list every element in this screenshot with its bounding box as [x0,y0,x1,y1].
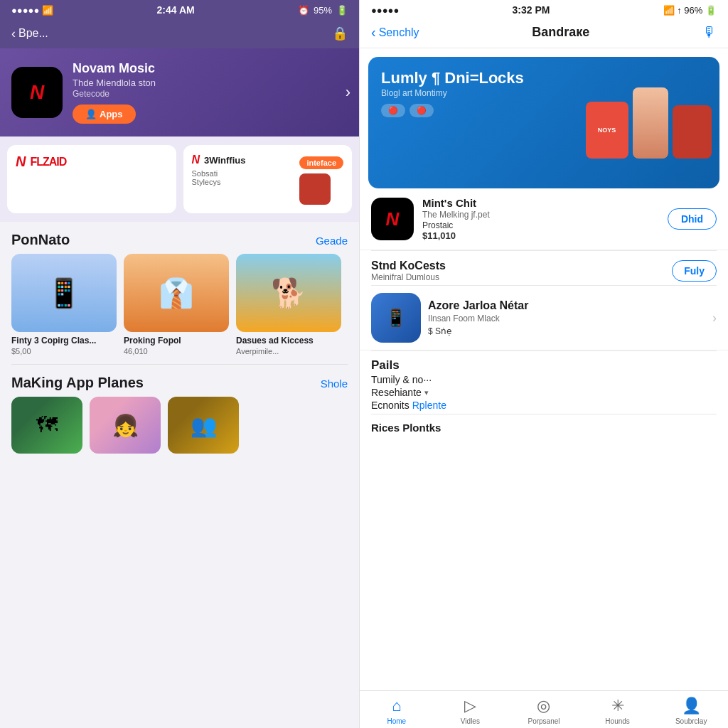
right-back-label: Senchly [379,26,419,39]
featured-app-icon: N [371,198,414,240]
bottom-nav-user[interactable]: 👤 Soubrclay [654,697,728,725]
mic-icon[interactable]: 🎙 [702,24,717,41]
card2-action[interactable]: inteface [299,156,343,169]
large-app-emoji: 📱 [385,308,407,328]
large-app-meta: $ Sṅẹ [428,326,705,336]
featured-app-get-button[interactable]: Dhid [668,208,717,230]
alarm-icon: ⏰ [298,5,309,16]
featured-meta: Getecode [73,89,348,99]
hero-sub: Blogl art Montimy [381,88,524,98]
people2-emoji: 👥 [191,413,217,438]
thumb-0[interactable]: 🗺 [11,397,82,454]
large-app-price: $ Sṅẹ [428,326,451,336]
right-signal: ●●●●● [371,5,399,16]
left-status-bar: ●●●●● 📶 2:44 AM ⏰ 95% 🔋 [0,0,359,20]
app-card-1[interactable]: N FLZAID [7,145,176,213]
featured-app-price: $11,010 [422,230,659,241]
thumb-1[interactable]: 👧 [90,397,161,454]
app-img-2: 🐕 [236,254,341,332]
section1-link[interactable]: Geade [316,235,348,247]
lock-icon: 🔒 [332,26,348,41]
wifi-icon: 📶 [42,5,53,16]
app-price-1: 46,010 [124,347,229,355]
section-get-button[interactable]: Fuly [672,260,717,282]
portal-label: Porpsanel [528,717,560,725]
bottom-nav-home[interactable]: ⌂ Home [360,697,434,725]
back-chevron-icon: ‹ [11,26,16,41]
app-price-2: Averpimile... [236,347,341,355]
right-back-button[interactable]: ‹ Senchly [371,24,419,41]
netflix-icon: N 🕯 [11,67,63,118]
netflix-logo-2: N [192,154,200,166]
map-emoji: 🗺 [36,413,58,437]
bottom-nav: ⌂ Home ▷ Vidles ◎ Porpsanel ✳ Hounds 👤 S… [360,690,728,728]
video-icon: ▷ [464,697,476,715]
pails-line2-chevron-icon: ▾ [424,388,429,397]
candle-icon: 🕯 [47,104,57,115]
section-right-header: Stnd KoCests Meinifral Dumlous Fuly [360,251,728,285]
right-nav-bar: ‹ Senchly Bandraке 🎙 [360,20,728,48]
right-back-chevron: ‹ [371,24,376,41]
signal-dots: ●●●●● [11,5,39,16]
featured-app-meta: Prostaic [422,220,659,230]
left-status-right: ⏰ 95% 🔋 [298,5,348,16]
large-app-chevron-icon: › [712,311,717,326]
bottom-line-container: Rices Plontks [360,414,728,441]
bottom-nav-hounds[interactable]: ✳ Hounds [581,697,655,725]
dog-emoji: 🐕 [271,277,306,310]
phone-emoji: 📱 [46,277,82,310]
left-nav-bar: ‹ Вре... 🔒 [0,20,359,48]
card1-name: FLZAID [30,156,66,168]
large-app-icon: 📱 [371,293,421,343]
netflix-logo-1: N [16,154,26,170]
featured-title: Novam Mosic [73,61,348,76]
section2-title: MaKing App Planes [11,375,144,391]
featured-subtitle: Thde Miendlola ston [73,77,348,88]
people-emoji: 👔 [159,277,194,310]
featured-banner[interactable]: N 🕯 Novam Mosic Thde Miendlola ston Gete… [0,48,359,136]
home-label: Home [387,717,406,725]
battery-icon: 🔋 [336,5,348,16]
card2-right: inteface [299,154,343,205]
bottom-nav-videos[interactable]: ▷ Vidles [434,697,508,725]
right-nav-title: Bandraке [532,25,589,40]
snowflake-icon: ✳ [611,697,624,715]
hero-badges: 🔴 🔴 [381,104,524,117]
left-time: 2:44 AM [157,4,195,16]
hero-image: NOYS [577,57,719,188]
large-app-row[interactable]: 📱 Azore Jarloa Nétar Ilnsan Foom Mlack $… [360,286,728,350]
featured-app-title: Mint's Chit [422,197,659,209]
app-cards-row: N FLZAID N 3Winffius Sobsati Stylecys in… [0,136,359,222]
hero-badge-2: 🔴 [410,104,434,117]
left-panel: ●●●●● 📶 2:44 AM ⏰ 95% 🔋 ‹ Вре... 🔒 N 🕯 N… [0,0,359,728]
right-battery-icon: 🔋 [705,5,717,16]
thumb-2[interactable]: 👥 [168,397,239,454]
card2-sub2: Stylecys [192,178,246,186]
left-back-button[interactable]: ‹ Вре... [11,26,48,41]
right-status-icons: 📶 ↑ 96% 🔋 [663,5,717,16]
section2-link[interactable]: Shole [321,378,348,390]
featured-app-row[interactable]: N Mint's Chit The Melking jf.pet Prostai… [360,188,728,250]
pails-link[interactable]: Rplente [412,400,446,411]
section1-header: PonNato Geade [0,222,359,254]
app-item-1[interactable]: 👔 Proking Fopol 46,010 [124,254,229,355]
hero-text: Lumly ¶ Dni=Lосks Blogl art Montimy 🔴 🔴 [381,70,524,117]
pails-line2-text: Resehiante [371,387,422,398]
home-icon: ⌂ [392,697,401,715]
section-right-title: Stnd KoCests [371,259,446,272]
card2-thumbnail [299,173,331,205]
featured-get-button[interactable]: 👤 Apps [73,105,136,124]
hounds-label: Hounds [605,717,629,725]
app-item-2[interactable]: 🐕 Dasues ad Kiccess Averpimile... [236,254,341,355]
app-item-0[interactable]: 📱 Finty 3 Copirg Clas... $5,00 [11,254,117,355]
person-icon-small: 👤 [85,109,97,119]
section-right-sub: Meinifral Dumlous [371,272,446,282]
pails-section: Pails Tumily & no··· Resehiante ▾ Ecnoni… [360,351,728,414]
hero-decorative: NOYS [586,87,712,159]
right-panel: ●●●●● 3:32 PM 📶 ↑ 96% 🔋 ‹ Senchly Bandra… [359,0,728,728]
bottom-nav-portal[interactable]: ◎ Porpsanel [507,697,581,725]
card2-title: 3Winffius [204,155,245,166]
hero-banner[interactable]: Lumly ¶ Dni=Lосks Blogl art Montimy 🔴 🔴 … [368,57,719,188]
girl-emoji: 👧 [112,413,139,438]
app-card-2[interactable]: N 3Winffius Sobsati Stylecys inteface [183,145,353,213]
